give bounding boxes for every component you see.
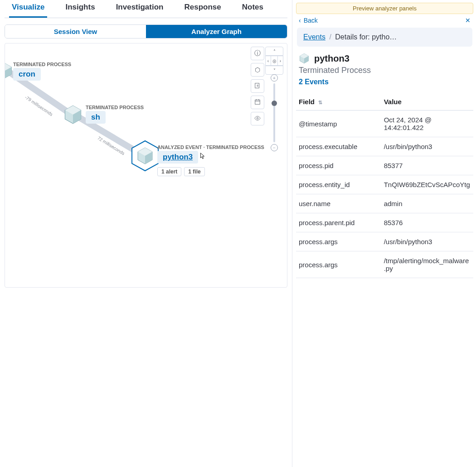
zoom-out-button[interactable]: − (271, 144, 278, 151)
main-tabs: Visualize Insights Investigation Respons… (5, 0, 287, 18)
sort-icon: ⇅ (318, 100, 322, 105)
back-label: Back (304, 17, 318, 24)
chevron-up-icon: ˄ (273, 49, 276, 54)
close-panel-button[interactable]: ✕ (465, 17, 471, 24)
tool-date-button[interactable] (251, 96, 264, 109)
back-button[interactable]: ‹ Back (299, 17, 318, 24)
target-icon: ◎ (272, 58, 277, 63)
field-cell: process.args (296, 251, 381, 278)
process-node-icon-cron (5, 63, 13, 79)
svg-point-17 (257, 117, 258, 119)
value-cell: TnQIW69bZEtCvScAPcoYtg (381, 175, 473, 194)
pan-down-button[interactable]: ˅ (265, 66, 283, 75)
export-icon (254, 82, 261, 90)
info-icon: ⓘ (254, 49, 261, 58)
field-cell: process.executable (296, 137, 381, 156)
pan-right-button[interactable]: › (277, 56, 283, 66)
pan-left-button[interactable]: ‹ (265, 56, 271, 66)
node-cron-title: TERMINATED PROCESS (13, 62, 71, 67)
tab-visualize[interactable]: Visualize (9, 0, 47, 18)
node-sh-label[interactable]: sh (86, 111, 106, 124)
value-cell: Oct 24, 2024 @ 14:42:01.422 (381, 111, 473, 137)
svg-rect-13 (255, 100, 260, 104)
edge-sh-python3-label: 72 milliseconds (97, 135, 126, 156)
chevron-right-icon: › (280, 58, 281, 63)
chevron-left-icon: ‹ (267, 58, 269, 63)
node-python3-label[interactable]: python3 (157, 151, 198, 164)
tab-investigation[interactable]: Investigation (113, 0, 166, 18)
process-icon (299, 53, 310, 64)
hexagon-icon: ⬡ (255, 66, 260, 73)
table-row: @timestampOct 24, 2024 @ 14:42:01.422 (296, 111, 473, 137)
col-header-field-label: Field (299, 98, 315, 106)
edge-cron-sh-label: -79 milliseconds (24, 95, 54, 117)
view-toggle: Session View Analyzer Graph (5, 24, 287, 39)
table-row: process.pid85377 (296, 156, 473, 175)
zoom-control: + − (270, 74, 279, 151)
crumb-current: Details for: pytho… (335, 33, 397, 41)
table-row: process.args/tmp/alerting/mock_malware.p… (296, 251, 473, 278)
pill-alert-count[interactable]: 1 alert (157, 167, 181, 176)
tool-shape-button[interactable]: ⬡ (251, 63, 264, 77)
node-cron-label[interactable]: cron (13, 68, 41, 81)
crumb-events-link[interactable]: Events (303, 33, 325, 41)
details-table: Field ⇅ Value @timestampOct 24, 2024 @ 1… (296, 94, 473, 278)
zoom-slider-track[interactable] (273, 83, 275, 142)
col-header-field[interactable]: Field ⇅ (296, 94, 381, 111)
subtab-analyzer-graph[interactable]: Analyzer Graph (146, 25, 287, 38)
field-cell: process.args (296, 232, 381, 251)
tab-response[interactable]: Response (181, 0, 223, 18)
plus-icon: + (273, 76, 276, 81)
field-cell: process.parent.pid (296, 213, 381, 232)
value-cell: /usr/bin/python3 (381, 137, 473, 156)
pan-center-button[interactable]: ◎ (271, 56, 277, 66)
breadcrumb: Events / Details for: pytho… (297, 28, 472, 47)
node-sh-title: TERMINATED PROCESS (86, 105, 144, 110)
tool-info-button[interactable]: ⓘ (251, 47, 264, 60)
preview-banner: Preview analyzer panels (296, 3, 473, 14)
calendar-icon (254, 99, 261, 106)
eye-icon (254, 115, 261, 123)
field-cell: process.entity_id (296, 175, 381, 194)
field-cell: @timestamp (296, 111, 381, 137)
table-row: process.entity_idTnQIW69bZEtCvScAPcoYtg (296, 175, 473, 194)
chevron-down-icon: ˅ (273, 68, 276, 73)
analyzer-graph-canvas[interactable]: TERMINATED PROCESS cron -79 milliseconds… (5, 43, 287, 288)
zoom-in-button[interactable]: + (271, 74, 278, 82)
crumb-separator: / (327, 33, 333, 41)
field-cell: user.name (296, 194, 381, 213)
table-row: process.parent.pid85376 (296, 213, 473, 232)
svg-rect-12 (255, 83, 259, 88)
panel-title: python3 (314, 53, 350, 64)
close-icon: ✕ (465, 17, 471, 24)
pill-file-count[interactable]: 1 file (184, 167, 204, 176)
field-cell: process.pid (296, 156, 381, 175)
table-row: process.executable/usr/bin/python3 (296, 137, 473, 156)
chevron-left-icon: ‹ (299, 17, 301, 24)
table-row: user.nameadmin (296, 194, 473, 213)
pan-up-button[interactable]: ˄ (265, 47, 283, 56)
process-node-icon-python3 (130, 140, 160, 172)
tab-notes[interactable]: Notes (239, 0, 266, 18)
events-count-link[interactable]: 2 Events (299, 78, 329, 86)
subtab-session-view[interactable]: Session View (5, 25, 146, 38)
value-cell: 85377 (381, 156, 473, 175)
node-python3-title: ANALYZED EVENT · TERMINATED PROCESS (157, 144, 264, 150)
tool-export-button[interactable] (251, 79, 264, 93)
zoom-slider-handle[interactable] (272, 101, 277, 106)
pan-control: ˄ ‹ ◎ › ˅ (265, 47, 283, 75)
value-cell: admin (381, 194, 473, 213)
col-header-value[interactable]: Value (381, 94, 473, 111)
tool-visibility-button[interactable] (251, 112, 264, 125)
panel-subtitle: Terminated Process (296, 64, 473, 78)
minus-icon: − (273, 145, 276, 150)
value-cell: 85376 (381, 213, 473, 232)
tab-insights[interactable]: Insights (63, 0, 97, 18)
process-node-icon-sh (63, 105, 83, 125)
value-cell: /usr/bin/python3 (381, 232, 473, 251)
table-row: process.args/usr/bin/python3 (296, 232, 473, 251)
cursor-pointer-icon (198, 152, 206, 160)
value-cell: /tmp/alerting/mock_malware.py (381, 251, 473, 278)
